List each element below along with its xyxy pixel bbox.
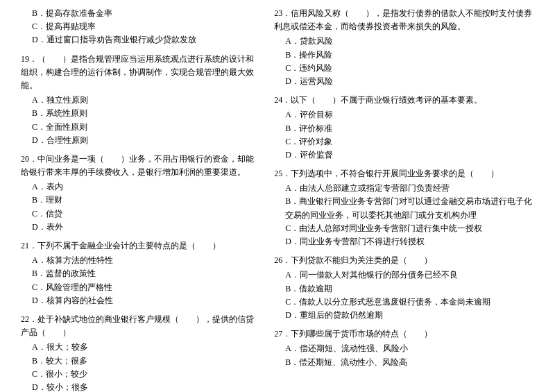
q27-option-a: A．偿还期短、流动性强、风险小 — [285, 342, 534, 355]
column-left: B．提高存款准备金率 C．提高再贴现率 D．通过窗口指导劝告商业银行减少贷款发放… — [21, 7, 267, 392]
q25-option-d: D．同业业务专营部门不得进行转授权 — [285, 235, 534, 248]
q23-option-c: C．违约风险 — [285, 62, 534, 75]
top-option-d: D．通过窗口指导劝告商业银行减少贷款发放 — [32, 33, 257, 46]
question-25: 25．下列选项中，不符合银行开展同业业务要求的是（ ） A．由法人总部建立或指定… — [274, 167, 534, 248]
question-19: 19．（ ）是指合规管理应当运用系统观点进行系统的设计和组织，构建合理的运行体制… — [21, 53, 257, 147]
q26-option-b: B．借款逾期 — [285, 282, 534, 296]
q26-option-d: D．重组后的贷款仍然逾期 — [285, 309, 534, 322]
q21-option-a: A．核算方法的性特性 — [32, 254, 257, 267]
q20-option-c: C．信贷 — [32, 207, 257, 221]
q27-option-b: B．偿还期短、流动性小、风险高 — [285, 356, 534, 369]
question-24: 24．以下（ ）不属于商业银行绩效考评的基本要素。 A．评价目标 B．评价标准 … — [274, 94, 534, 162]
top-options: B．提高存款准备金率 C．提高再贴现率 D．通过窗口指导劝告商业银行减少贷款发放 — [21, 7, 257, 47]
question-27: 27．下列哪些属于货币市场的特点（ ） A．偿还期短、流动性强、风险小 B．偿还… — [274, 327, 534, 369]
question-20-text: 20．中间业务是一项（ ）业务，不用占用银行的资金，却能给银行带来丰厚的手续费收… — [21, 153, 257, 179]
question-25-text: 25．下列选项中，不符合银行开展同业业务要求的是（ ） — [274, 167, 534, 180]
q26-option-a: A．同一借款人对其他银行的部分债务已经不良 — [285, 269, 534, 282]
q22-option-b: B．较大；很多 — [32, 355, 257, 368]
question-26-text: 26．下列贷款不能归为关注类的是（ ） — [274, 254, 534, 267]
q19-option-c: C．全面性原则 — [32, 121, 257, 134]
q25-option-b: B．商业银行同业业务专营部门对可以通过金融交易市场进行电子化交易的同业业务，可以… — [285, 195, 534, 221]
q21-option-d: D．核算内容的社会性 — [32, 294, 257, 307]
question-24-text: 24．以下（ ）不属于商业银行绩效考评的基本要素。 — [274, 94, 534, 107]
top-option-b: B．提高存款准备金率 — [32, 7, 257, 20]
q23-option-d: D．运营风险 — [285, 75, 534, 88]
q22-option-a: A．很大；较多 — [32, 341, 257, 354]
q22-option-d: D．较小；很多 — [32, 381, 257, 392]
question-27-text: 27．下列哪些属于货币市场的特点（ ） — [274, 327, 534, 341]
question-23-text: 23．信用风险又称（ ），是指发行债券的借款人不能按时支付债券利息或偿还本金，而… — [274, 7, 534, 33]
q23-option-a: A．贷款风险 — [285, 35, 534, 48]
q26-option-c: C．借款人以分立形式恶意逃废银行债务，本金尚未逾期 — [285, 296, 534, 309]
q20-option-a: A．表内 — [32, 180, 257, 194]
q25-option-c: C．由法人总部对同业业务专营部门进行集中统一授权 — [285, 222, 534, 235]
q21-option-b: B．监督的政策性 — [32, 267, 257, 280]
q24-option-d: D．评价监督 — [285, 148, 534, 162]
q23-option-b: B．操作风险 — [285, 49, 534, 62]
q24-option-c: C．评价对象 — [285, 135, 534, 148]
q22-option-c: C．很小；较少 — [32, 368, 257, 381]
q21-option-c: C．风险管理的严格性 — [32, 281, 257, 294]
question-22-text: 22．处于补缺式地位的商业银行客户规模（ ），提供的信贷产品（ ） — [21, 313, 257, 339]
question-23: 23．信用风险又称（ ），是指发行债券的借款人不能按时支付债券利息或偿还本金，而… — [274, 7, 534, 88]
question-22: 22．处于补缺式地位的商业银行客户规模（ ），提供的信贷产品（ ） A．很大；较… — [21, 313, 257, 392]
q20-option-b: B．理财 — [32, 194, 257, 207]
page-content: B．提高存款准备金率 C．提高再贴现率 D．通过窗口指导劝告商业银行减少贷款发放… — [21, 7, 534, 392]
q24-option-b: B．评价标准 — [285, 122, 534, 135]
q19-option-d: D．合理性原则 — [32, 134, 257, 147]
top-option-c: C．提高再贴现率 — [32, 20, 257, 33]
q25-option-a: A．由法人总部建立或指定专营部门负责经营 — [285, 182, 534, 195]
q24-option-a: A．评价目标 — [285, 108, 534, 121]
question-26: 26．下列贷款不能归为关注类的是（ ） A．同一借款人对其他银行的部分债务已经不… — [274, 254, 534, 322]
question-19-text: 19．（ ）是指合规管理应当运用系统观点进行系统的设计和组织，构建合理的运行体制… — [21, 53, 257, 93]
column-right: 23．信用风险又称（ ），是指发行债券的借款人不能按时支付债券利息或偿还本金，而… — [267, 7, 534, 392]
question-21-text: 21．下列不属于金融企业会计的主要特点的是（ ） — [21, 239, 257, 253]
question-21: 21．下列不属于金融企业会计的主要特点的是（ ） A．核算方法的性特性 B．监督… — [21, 239, 257, 307]
q19-option-a: A．独立性原则 — [32, 94, 257, 107]
q20-option-d: D．表外 — [32, 221, 257, 234]
question-20: 20．中间业务是一项（ ）业务，不用占用银行的资金，却能给银行带来丰厚的手续费收… — [21, 153, 257, 234]
q19-option-b: B．系统性原则 — [32, 107, 257, 120]
